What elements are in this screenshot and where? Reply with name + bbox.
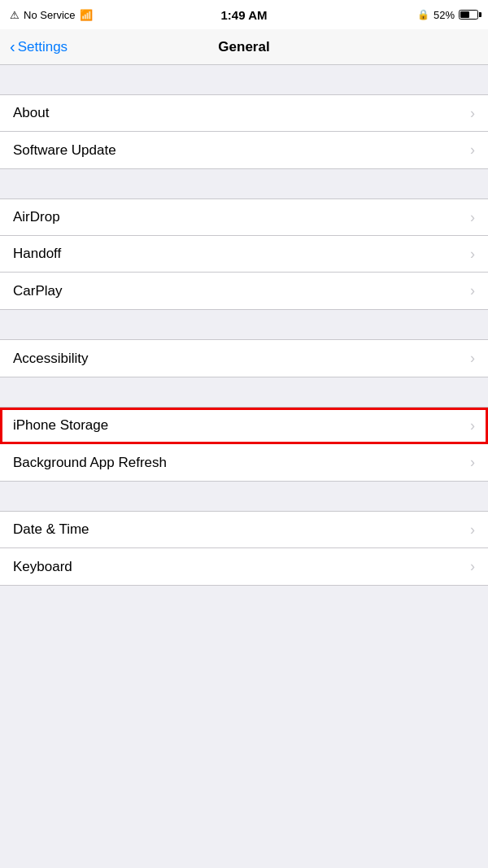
- status-left: ⚠ No Service 📶: [10, 9, 93, 21]
- section-gap-top: [0, 65, 488, 94]
- no-service-text: No Service: [24, 9, 76, 21]
- section-gap-5: [0, 482, 488, 511]
- row-handoff[interactable]: Handoff ›: [0, 236, 488, 273]
- row-keyboard[interactable]: Keyboard ›: [0, 548, 488, 585]
- chevron-right-icon: ›: [470, 105, 475, 122]
- iphone-storage-label: iPhone Storage: [13, 417, 108, 434]
- chevron-right-icon: ›: [470, 246, 475, 263]
- section-gap-2: [0, 169, 488, 198]
- table-group-5: Date & Time › Keyboard ›: [0, 511, 488, 586]
- chevron-right-icon: ›: [470, 417, 475, 434]
- row-software-update[interactable]: Software Update ›: [0, 132, 488, 168]
- table-group-3: Accessibility ›: [0, 339, 488, 377]
- chevron-left-icon: ‹: [10, 38, 15, 55]
- carplay-label: CarPlay: [13, 283, 62, 299]
- back-label: Settings: [18, 39, 68, 55]
- row-background-app-refresh[interactable]: Background App Refresh ›: [0, 444, 488, 481]
- accessibility-label: Accessibility: [13, 351, 89, 367]
- airdrop-label: AirDrop: [13, 209, 60, 225]
- wifi-icon: 📶: [80, 9, 93, 21]
- section-gap-4: [0, 377, 488, 407]
- chevron-right-icon: ›: [470, 142, 475, 159]
- status-bar: ⚠ No Service 📶 1:49 AM 🔒 52%: [0, 0, 488, 29]
- chevron-right-icon: ›: [470, 558, 475, 575]
- chevron-right-icon: ›: [470, 350, 475, 367]
- software-update-label: Software Update: [13, 142, 116, 159]
- section-gap-bottom: [0, 586, 488, 615]
- row-airdrop[interactable]: AirDrop ›: [0, 199, 488, 236]
- no-service-warning: ⚠: [10, 9, 20, 21]
- page-title: General: [218, 39, 269, 55]
- row-carplay[interactable]: CarPlay ›: [0, 273, 488, 309]
- status-right: 🔒 52%: [417, 9, 478, 21]
- date-time-label: Date & Time: [13, 521, 89, 538]
- chevron-right-icon: ›: [470, 521, 475, 539]
- chevron-right-icon: ›: [470, 209, 475, 226]
- status-time: 1:49 AM: [221, 8, 268, 22]
- handoff-label: Handoff: [13, 246, 61, 262]
- about-label: About: [13, 105, 49, 121]
- battery-icon: [459, 10, 478, 20]
- row-date-time[interactable]: Date & Time ›: [0, 512, 488, 548]
- table-group-4: iPhone Storage › Background App Refresh …: [0, 407, 488, 482]
- row-accessibility[interactable]: Accessibility ›: [0, 340, 488, 377]
- table-group-2: AirDrop › Handoff › CarPlay ›: [0, 198, 488, 310]
- background-app-refresh-label: Background App Refresh: [13, 455, 167, 471]
- row-iphone-storage[interactable]: iPhone Storage ›: [0, 408, 488, 444]
- row-about[interactable]: About ›: [0, 95, 488, 132]
- chevron-right-icon: ›: [470, 454, 475, 471]
- nav-bar: ‹ Settings General: [0, 29, 488, 65]
- back-button[interactable]: ‹ Settings: [10, 39, 68, 55]
- lock-icon: 🔒: [417, 9, 429, 20]
- battery-percent: 52%: [434, 9, 455, 21]
- keyboard-label: Keyboard: [13, 559, 72, 575]
- chevron-right-icon: ›: [470, 282, 475, 299]
- section-gap-3: [0, 310, 488, 339]
- table-group-1: About › Software Update ›: [0, 94, 488, 169]
